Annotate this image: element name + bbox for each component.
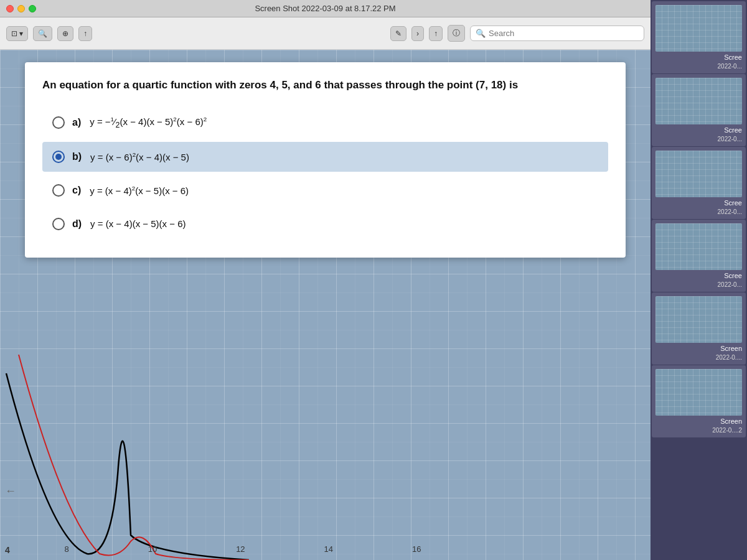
zoom-in-icon: ⊕ (62, 29, 68, 38)
window-title: Screen Shot 2022-03-09 at 8.17.22 PM (255, 4, 395, 13)
thumb-preview-4 (655, 223, 742, 270)
share-button[interactable]: ↑ (78, 26, 92, 41)
toolbar: ⊡ ▾ 🔍 ⊕ ↑ ✎ › ↑ ⓘ 🔍 (0, 17, 651, 50)
right-sidebar: Scree 2022-0... Scree 2022-0... Scree 20… (651, 0, 747, 560)
thumb-label-main-1: Scree (724, 54, 742, 61)
option-a-label: a) (72, 117, 81, 128)
zoom-out-button[interactable]: 🔍 (33, 26, 52, 41)
pencil-icon: ✎ (395, 29, 402, 38)
chevron-icon: › (416, 29, 419, 38)
thumb-sublabel-4: 2022-0... (655, 281, 742, 288)
option-d-label: d) (72, 218, 82, 230)
axis-label-10: 10 (148, 544, 157, 554)
minimize-button[interactable] (17, 5, 25, 12)
graph-curves (0, 342, 486, 560)
thumb-label-main-4: Scree (724, 272, 742, 279)
sidebar-thumb-6[interactable]: Screen 2022-0....2 (652, 365, 746, 437)
option-c-label: c) (72, 185, 81, 196)
axis-label-12: 12 (236, 544, 245, 554)
zoom-in-button[interactable]: ⊕ (57, 26, 73, 41)
thumb-preview-1 (655, 5, 742, 52)
option-b[interactable]: b) y = (x − 6)2(x − 4)(x − 5) (42, 142, 608, 172)
chevron-button[interactable]: › (411, 26, 424, 41)
thumb-label-main-3: Scree (724, 199, 742, 207)
radio-a[interactable] (52, 116, 65, 129)
thumb-preview-2 (655, 78, 742, 124)
sidebar-thumb-3[interactable]: Scree 2022-0... (652, 147, 746, 219)
share-icon: ↑ (83, 29, 87, 38)
axis-labels: 8 10 12 14 16 (0, 544, 486, 554)
sidebar-thumb-4[interactable]: Scree 2022-0... (652, 220, 746, 292)
action-button[interactable]: ↑ (429, 26, 443, 41)
option-a-math: y = −1⁄2(x − 4)(x − 5)2(x − 6)2 (90, 116, 207, 129)
axis-label-8: 8 (64, 544, 68, 554)
info-button[interactable]: ⓘ (448, 25, 465, 42)
sidebar-icon: ⊡ (11, 29, 17, 38)
thumb-sublabel-3: 2022-0... (655, 208, 742, 215)
search-icon: 🔍 (476, 29, 486, 38)
axis-label-16: 16 (412, 544, 421, 554)
search-bar[interactable]: 🔍 (470, 26, 644, 41)
zoom-out-icon: 🔍 (38, 29, 47, 38)
thumb-sublabel-1: 2022-0... (655, 63, 742, 70)
thumb-preview-3 (655, 151, 742, 197)
sidebar-thumb-2[interactable]: Scree 2022-0... (652, 74, 746, 146)
sidebar-thumb-1[interactable]: Scree 2022-0... (652, 1, 746, 73)
thumb-label-main-2: Scree (724, 126, 742, 134)
search-input[interactable] (489, 29, 639, 38)
title-bar: Screen Shot 2022-03-09 at 8.17.22 PM (0, 0, 651, 17)
thumb-sublabel-2: 2022-0... (655, 136, 742, 142)
left-arrow-icon: ← (5, 485, 16, 498)
question-text: An equation for a quartic function with … (42, 77, 608, 93)
radio-b[interactable] (52, 151, 65, 163)
thumb-preview-5 (655, 296, 742, 343)
sidebar-toggle-button[interactable]: ⊡ ▾ (6, 26, 28, 41)
info-icon: ⓘ (453, 28, 460, 39)
thumb-label-main-5: Screen (720, 345, 742, 352)
left-axis-label: 4 (5, 545, 10, 555)
option-c-math: y = (x − 4)2(x − 5)(x − 6) (90, 185, 189, 196)
thumb-sublabel-5: 2022-0.... (655, 354, 742, 361)
option-a[interactable]: a) y = −1⁄2(x − 4)(x − 5)2(x − 6)2 (42, 107, 608, 138)
axis-label-14: 14 (324, 544, 333, 554)
edit-button[interactable]: ✎ (390, 26, 406, 41)
close-button[interactable] (6, 5, 14, 12)
maximize-button[interactable] (29, 5, 36, 12)
chevron-down-icon: ▾ (19, 29, 23, 38)
radio-d[interactable] (52, 218, 65, 230)
option-d[interactable]: d) y = (x − 4)(x − 5)(x − 6) (42, 209, 608, 239)
option-d-math: y = (x − 4)(x − 5)(x − 6) (90, 218, 186, 229)
graph-area: An equation for a quartic function with … (0, 50, 651, 560)
option-c[interactable]: c) y = (x − 4)2(x − 5)(x − 6) (42, 175, 608, 205)
sidebar-thumb-5[interactable]: Screen 2022-0.... (652, 292, 746, 365)
thumb-label-main-6: Screen (720, 418, 742, 425)
option-b-math: y = (x − 6)2(x − 4)(x − 5) (90, 151, 189, 162)
radio-c[interactable] (52, 184, 65, 197)
thumb-sublabel-6: 2022-0....2 (655, 427, 742, 434)
traffic-lights (6, 5, 36, 12)
thumb-preview-6 (655, 369, 742, 416)
arrow-icon: ↑ (434, 29, 438, 38)
quiz-overlay: An equation for a quartic function with … (25, 62, 626, 258)
option-b-label: b) (72, 151, 82, 162)
